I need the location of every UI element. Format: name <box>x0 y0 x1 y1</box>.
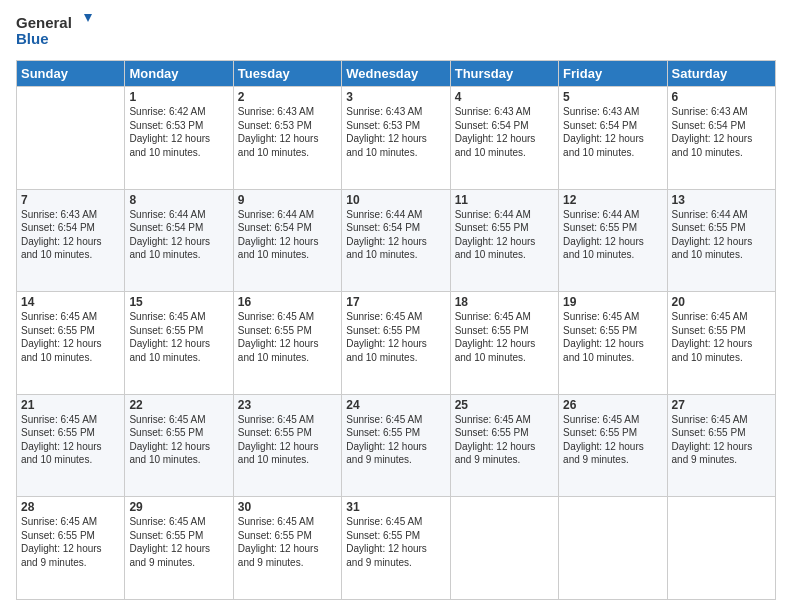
calendar-day-cell: 19Sunrise: 6:45 AMSunset: 6:55 PMDayligh… <box>559 292 667 395</box>
calendar-day-cell <box>559 497 667 600</box>
day-number: 15 <box>129 295 228 309</box>
day-info: Sunrise: 6:45 AMSunset: 6:55 PMDaylight:… <box>21 515 120 569</box>
calendar-day-cell: 10Sunrise: 6:44 AMSunset: 6:54 PMDayligh… <box>342 189 450 292</box>
calendar-day-cell: 21Sunrise: 6:45 AMSunset: 6:55 PMDayligh… <box>17 394 125 497</box>
svg-marker-2 <box>84 14 92 22</box>
calendar-day-cell: 9Sunrise: 6:44 AMSunset: 6:54 PMDaylight… <box>233 189 341 292</box>
calendar-day-cell: 4Sunrise: 6:43 AMSunset: 6:54 PMDaylight… <box>450 87 558 190</box>
calendar-day-cell: 17Sunrise: 6:45 AMSunset: 6:55 PMDayligh… <box>342 292 450 395</box>
day-number: 6 <box>672 90 771 104</box>
calendar-day-cell: 22Sunrise: 6:45 AMSunset: 6:55 PMDayligh… <box>125 394 233 497</box>
calendar-day-cell: 8Sunrise: 6:44 AMSunset: 6:54 PMDaylight… <box>125 189 233 292</box>
calendar-day-cell: 2Sunrise: 6:43 AMSunset: 6:53 PMDaylight… <box>233 87 341 190</box>
calendar-day-cell: 28Sunrise: 6:45 AMSunset: 6:55 PMDayligh… <box>17 497 125 600</box>
day-number: 9 <box>238 193 337 207</box>
calendar-week-row: 7Sunrise: 6:43 AMSunset: 6:54 PMDaylight… <box>17 189 776 292</box>
day-info: Sunrise: 6:45 AMSunset: 6:55 PMDaylight:… <box>346 515 445 569</box>
day-number: 14 <box>21 295 120 309</box>
calendar-day-cell: 1Sunrise: 6:42 AMSunset: 6:53 PMDaylight… <box>125 87 233 190</box>
day-info: Sunrise: 6:45 AMSunset: 6:55 PMDaylight:… <box>563 413 662 467</box>
day-info: Sunrise: 6:45 AMSunset: 6:55 PMDaylight:… <box>563 310 662 364</box>
day-info: Sunrise: 6:44 AMSunset: 6:55 PMDaylight:… <box>455 208 554 262</box>
day-info: Sunrise: 6:45 AMSunset: 6:55 PMDaylight:… <box>21 413 120 467</box>
calendar-day-cell: 5Sunrise: 6:43 AMSunset: 6:54 PMDaylight… <box>559 87 667 190</box>
calendar-day-cell: 29Sunrise: 6:45 AMSunset: 6:55 PMDayligh… <box>125 497 233 600</box>
day-info: Sunrise: 6:44 AMSunset: 6:55 PMDaylight:… <box>672 208 771 262</box>
day-of-week-header: Sunday <box>17 61 125 87</box>
day-of-week-header: Friday <box>559 61 667 87</box>
header: General Blue <box>16 12 776 52</box>
day-number: 13 <box>672 193 771 207</box>
day-info: Sunrise: 6:44 AMSunset: 6:54 PMDaylight:… <box>346 208 445 262</box>
day-info: Sunrise: 6:45 AMSunset: 6:55 PMDaylight:… <box>346 310 445 364</box>
day-info: Sunrise: 6:44 AMSunset: 6:55 PMDaylight:… <box>563 208 662 262</box>
day-info: Sunrise: 6:45 AMSunset: 6:55 PMDaylight:… <box>455 413 554 467</box>
day-number: 30 <box>238 500 337 514</box>
page: General Blue SundayMondayTuesdayWednesda… <box>0 0 792 612</box>
day-number: 17 <box>346 295 445 309</box>
day-number: 5 <box>563 90 662 104</box>
svg-text:Blue: Blue <box>16 30 49 47</box>
day-number: 16 <box>238 295 337 309</box>
day-number: 3 <box>346 90 445 104</box>
day-of-week-header: Monday <box>125 61 233 87</box>
calendar-week-row: 1Sunrise: 6:42 AMSunset: 6:53 PMDaylight… <box>17 87 776 190</box>
day-number: 10 <box>346 193 445 207</box>
day-info: Sunrise: 6:43 AMSunset: 6:54 PMDaylight:… <box>455 105 554 159</box>
day-number: 12 <box>563 193 662 207</box>
day-info: Sunrise: 6:45 AMSunset: 6:55 PMDaylight:… <box>238 310 337 364</box>
day-info: Sunrise: 6:45 AMSunset: 6:55 PMDaylight:… <box>238 413 337 467</box>
day-info: Sunrise: 6:43 AMSunset: 6:54 PMDaylight:… <box>672 105 771 159</box>
calendar-day-cell: 20Sunrise: 6:45 AMSunset: 6:55 PMDayligh… <box>667 292 775 395</box>
calendar-day-cell: 30Sunrise: 6:45 AMSunset: 6:55 PMDayligh… <box>233 497 341 600</box>
day-number: 8 <box>129 193 228 207</box>
day-info: Sunrise: 6:45 AMSunset: 6:55 PMDaylight:… <box>672 413 771 467</box>
calendar-day-cell: 26Sunrise: 6:45 AMSunset: 6:55 PMDayligh… <box>559 394 667 497</box>
calendar-header-row: SundayMondayTuesdayWednesdayThursdayFrid… <box>17 61 776 87</box>
calendar-day-cell: 31Sunrise: 6:45 AMSunset: 6:55 PMDayligh… <box>342 497 450 600</box>
calendar-day-cell: 14Sunrise: 6:45 AMSunset: 6:55 PMDayligh… <box>17 292 125 395</box>
calendar-week-row: 14Sunrise: 6:45 AMSunset: 6:55 PMDayligh… <box>17 292 776 395</box>
day-info: Sunrise: 6:43 AMSunset: 6:53 PMDaylight:… <box>346 105 445 159</box>
day-info: Sunrise: 6:42 AMSunset: 6:53 PMDaylight:… <box>129 105 228 159</box>
day-number: 4 <box>455 90 554 104</box>
day-number: 25 <box>455 398 554 412</box>
day-of-week-header: Wednesday <box>342 61 450 87</box>
calendar-day-cell <box>17 87 125 190</box>
day-info: Sunrise: 6:44 AMSunset: 6:54 PMDaylight:… <box>238 208 337 262</box>
day-number: 18 <box>455 295 554 309</box>
day-info: Sunrise: 6:44 AMSunset: 6:54 PMDaylight:… <box>129 208 228 262</box>
logo: General Blue <box>16 12 96 52</box>
calendar-day-cell <box>667 497 775 600</box>
calendar-day-cell: 23Sunrise: 6:45 AMSunset: 6:55 PMDayligh… <box>233 394 341 497</box>
calendar-day-cell: 27Sunrise: 6:45 AMSunset: 6:55 PMDayligh… <box>667 394 775 497</box>
day-number: 24 <box>346 398 445 412</box>
calendar-day-cell: 7Sunrise: 6:43 AMSunset: 6:54 PMDaylight… <box>17 189 125 292</box>
day-number: 26 <box>563 398 662 412</box>
day-number: 31 <box>346 500 445 514</box>
day-number: 11 <box>455 193 554 207</box>
calendar-day-cell: 24Sunrise: 6:45 AMSunset: 6:55 PMDayligh… <box>342 394 450 497</box>
day-info: Sunrise: 6:43 AMSunset: 6:53 PMDaylight:… <box>238 105 337 159</box>
day-of-week-header: Thursday <box>450 61 558 87</box>
day-number: 19 <box>563 295 662 309</box>
day-number: 20 <box>672 295 771 309</box>
day-number: 22 <box>129 398 228 412</box>
day-number: 2 <box>238 90 337 104</box>
calendar-day-cell: 18Sunrise: 6:45 AMSunset: 6:55 PMDayligh… <box>450 292 558 395</box>
calendar-day-cell <box>450 497 558 600</box>
calendar-day-cell: 3Sunrise: 6:43 AMSunset: 6:53 PMDaylight… <box>342 87 450 190</box>
day-number: 7 <box>21 193 120 207</box>
calendar-day-cell: 16Sunrise: 6:45 AMSunset: 6:55 PMDayligh… <box>233 292 341 395</box>
calendar-day-cell: 13Sunrise: 6:44 AMSunset: 6:55 PMDayligh… <box>667 189 775 292</box>
day-info: Sunrise: 6:43 AMSunset: 6:54 PMDaylight:… <box>21 208 120 262</box>
day-number: 1 <box>129 90 228 104</box>
day-info: Sunrise: 6:45 AMSunset: 6:55 PMDaylight:… <box>129 310 228 364</box>
day-info: Sunrise: 6:45 AMSunset: 6:55 PMDaylight:… <box>672 310 771 364</box>
day-info: Sunrise: 6:45 AMSunset: 6:55 PMDaylight:… <box>129 515 228 569</box>
calendar-week-row: 28Sunrise: 6:45 AMSunset: 6:55 PMDayligh… <box>17 497 776 600</box>
day-info: Sunrise: 6:45 AMSunset: 6:55 PMDaylight:… <box>346 413 445 467</box>
calendar-day-cell: 15Sunrise: 6:45 AMSunset: 6:55 PMDayligh… <box>125 292 233 395</box>
day-of-week-header: Saturday <box>667 61 775 87</box>
calendar-day-cell: 25Sunrise: 6:45 AMSunset: 6:55 PMDayligh… <box>450 394 558 497</box>
